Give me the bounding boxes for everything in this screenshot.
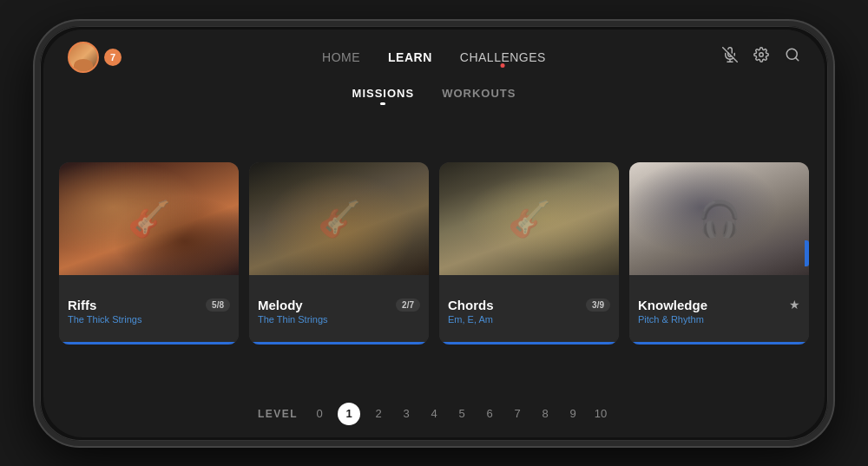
side-button[interactable] bbox=[805, 240, 809, 266]
card-knowledge-info: Knowledge ★ Pitch & Rhythm bbox=[629, 275, 809, 345]
card-riffs-badge: 5/8 bbox=[206, 299, 230, 312]
nav-center: HOME LEARN CHALLENGES bbox=[322, 50, 546, 64]
nav-learn[interactable]: LEARN bbox=[388, 50, 432, 64]
card-riffs-info: Riffs 5/8 The Thick Strings bbox=[59, 275, 239, 345]
card-riffs-subtitle: The Thick Strings bbox=[68, 314, 230, 325]
nav-challenges[interactable]: CHALLENGES bbox=[460, 50, 546, 64]
tabs-bar: MISSIONS WORKOUTS bbox=[43, 82, 825, 112]
svg-point-3 bbox=[760, 53, 764, 57]
card-knowledge-title: Knowledge bbox=[638, 298, 707, 312]
settings-icon[interactable] bbox=[753, 47, 769, 67]
card-knowledge-progress-bar bbox=[629, 342, 809, 345]
level-4[interactable]: 4 bbox=[424, 407, 444, 420]
card-chords-info: Chords 3/9 Em, E, Am bbox=[439, 275, 619, 345]
card-chords-progress-bar bbox=[439, 342, 619, 345]
level-label: LEVEL bbox=[258, 408, 298, 420]
card-knowledge[interactable]: Knowledge ★ Pitch & Rhythm bbox=[629, 162, 809, 345]
card-chords-badge: 3/9 bbox=[586, 299, 610, 312]
card-chords-subtitle: Em, E, Am bbox=[448, 314, 610, 325]
level-9[interactable]: 9 bbox=[563, 407, 582, 420]
star-icon: ★ bbox=[789, 298, 800, 312]
tab-missions[interactable]: MISSIONS bbox=[352, 87, 415, 103]
phone-screen: 7 HOME LEARN CHALLENGES bbox=[43, 30, 825, 437]
card-riffs-progress-bar bbox=[59, 342, 239, 345]
level-1[interactable]: 1 bbox=[338, 403, 360, 425]
card-melody-progress-bar bbox=[249, 342, 429, 345]
card-melody-subtitle: The Thin Strings bbox=[258, 314, 420, 325]
level-selector: LEVEL 0 1 2 3 4 5 6 7 8 9 10 bbox=[43, 396, 825, 437]
cards-area: Riffs 5/8 The Thick Strings Melody 2/7 T… bbox=[43, 112, 825, 396]
card-chords[interactable]: Chords 3/9 Em, E, Am bbox=[439, 162, 619, 345]
card-melody-info: Melody 2/7 The Thin Strings bbox=[249, 275, 429, 345]
level-10[interactable]: 10 bbox=[591, 407, 610, 420]
level-7[interactable]: 7 bbox=[508, 407, 527, 420]
level-6[interactable]: 6 bbox=[480, 407, 499, 420]
search-icon[interactable] bbox=[785, 47, 800, 67]
nav-home[interactable]: HOME bbox=[322, 50, 360, 64]
mic-icon[interactable] bbox=[722, 47, 738, 67]
card-melody-title: Melody bbox=[258, 298, 303, 312]
card-riffs-image bbox=[59, 162, 239, 275]
level-3[interactable]: 3 bbox=[397, 407, 416, 420]
card-chords-image bbox=[439, 162, 619, 275]
tab-workouts[interactable]: WORKOUTS bbox=[442, 87, 516, 103]
level-2[interactable]: 2 bbox=[369, 407, 388, 420]
card-melody-image bbox=[249, 162, 429, 275]
card-melody-badge: 2/7 bbox=[396, 299, 420, 312]
level-5[interactable]: 5 bbox=[452, 407, 471, 420]
phone-frame: 7 HOME LEARN CHALLENGES bbox=[35, 21, 833, 446]
card-knowledge-title-row: Knowledge ★ bbox=[638, 298, 800, 312]
card-melody[interactable]: Melody 2/7 The Thin Strings bbox=[249, 162, 429, 345]
card-riffs-title: Riffs bbox=[68, 298, 96, 312]
level-badge: 7 bbox=[104, 49, 122, 66]
avatar[interactable] bbox=[68, 42, 99, 73]
card-riffs-title-row: Riffs 5/8 bbox=[68, 298, 230, 312]
card-riffs[interactable]: Riffs 5/8 The Thick Strings bbox=[59, 162, 239, 345]
card-knowledge-subtitle: Pitch & Rhythm bbox=[638, 314, 800, 325]
card-chords-title-row: Chords 3/9 bbox=[448, 298, 610, 312]
level-8[interactable]: 8 bbox=[536, 407, 555, 420]
top-nav: 7 HOME LEARN CHALLENGES bbox=[43, 30, 825, 82]
card-knowledge-image bbox=[629, 162, 809, 275]
level-0[interactable]: 0 bbox=[310, 407, 329, 420]
card-chords-title: Chords bbox=[448, 298, 494, 312]
card-melody-title-row: Melody 2/7 bbox=[258, 298, 420, 312]
svg-line-5 bbox=[795, 57, 798, 60]
